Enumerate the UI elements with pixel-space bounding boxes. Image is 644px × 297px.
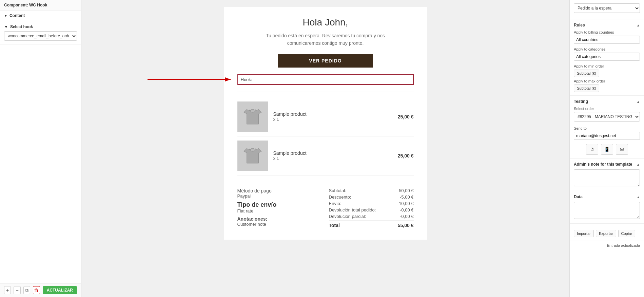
importar-button[interactable]: Importar bbox=[574, 230, 594, 237]
desktop-icon: 🖥 bbox=[590, 147, 594, 152]
billing-countries-input[interactable] bbox=[574, 36, 640, 44]
shirt-icon-1 bbox=[241, 105, 265, 129]
mobile-preview-button[interactable]: 📱 bbox=[601, 144, 613, 155]
product-qty-2: x 1 bbox=[273, 156, 392, 161]
select-hook-arrow-icon: ▼ bbox=[4, 24, 8, 29]
delete-button[interactable]: 🗑 bbox=[33, 286, 40, 294]
product-details-2: Sample product x 1 bbox=[273, 150, 392, 161]
hook-input[interactable] bbox=[237, 74, 414, 85]
devolucion-parcial-value: -0,00 € bbox=[400, 214, 413, 219]
action-buttons-group: Importar Exportar Copiar bbox=[574, 230, 640, 237]
notes-value: Customer note bbox=[237, 222, 322, 227]
rules-collapse-icon: ▲ bbox=[637, 23, 640, 27]
status-select[interactable]: Pedido a la espera bbox=[574, 3, 640, 13]
testing-title: Testing bbox=[574, 99, 588, 104]
rules-title: Rules bbox=[574, 23, 585, 27]
email-icon: ✉ bbox=[620, 147, 624, 152]
shirt-icon-2 bbox=[241, 144, 265, 168]
product-divider bbox=[237, 92, 414, 92]
payment-method-label: Método de pago bbox=[237, 188, 322, 193]
content-arrow-icon: ▼ bbox=[4, 14, 7, 18]
rules-section-header[interactable]: Rules ▲ bbox=[574, 23, 640, 27]
right-panel: Pedido a la espera Rules ▲ Apply to bill… bbox=[569, 0, 644, 297]
exportar-button[interactable]: Exportar bbox=[596, 230, 616, 237]
send-to-input[interactable] bbox=[574, 132, 640, 140]
send-email-button[interactable]: ✉ bbox=[616, 144, 628, 155]
select-hook-header[interactable]: ▼ Select hook bbox=[4, 24, 77, 29]
select-order-label: Select order bbox=[574, 107, 640, 111]
envio-label: Envío: bbox=[329, 201, 341, 206]
add-button[interactable]: + bbox=[4, 286, 11, 294]
product-image-1 bbox=[237, 101, 268, 132]
descuento-value: -5,00 € bbox=[400, 194, 413, 200]
action-buttons-section: Importar Exportar Copiar bbox=[570, 224, 644, 241]
email-message: Tu pedido está en espera. Revisaremos tu… bbox=[237, 32, 414, 47]
total-label: Total bbox=[329, 223, 340, 228]
minus-button[interactable]: − bbox=[14, 286, 20, 294]
admin-note-collapse-icon: ▲ bbox=[637, 163, 640, 166]
admin-note-header[interactable]: Admin's note for this template ▲ bbox=[574, 162, 640, 167]
desktop-preview-button[interactable]: 🖥 bbox=[586, 144, 598, 155]
hook-select[interactable]: woocommerce_email_before_order_ bbox=[4, 31, 77, 41]
total-value: 55,00 € bbox=[398, 223, 414, 228]
devolucion-parcial-label: Devolución parcial: bbox=[329, 214, 366, 219]
select-order-dropdown[interactable]: #82295 - MARIANO TESTING - on-hold bbox=[574, 112, 640, 122]
product-image-2 bbox=[237, 141, 268, 171]
devolucion-total-value: -0,00 € bbox=[400, 207, 413, 212]
select-hook-section: ▼ Select hook woocommerce_email_before_o… bbox=[0, 21, 81, 44]
subtotal-value: 50,00 € bbox=[399, 188, 413, 193]
hook-field-container bbox=[237, 74, 414, 85]
status-select-section: Pedido a la espera bbox=[570, 0, 644, 19]
products-list: Sample product x 1 25,00 € Sample produc… bbox=[237, 97, 414, 175]
testing-collapse-icon: ▲ bbox=[637, 100, 640, 104]
product-price-1: 25,00 € bbox=[398, 114, 414, 119]
ver-pedido-button[interactable]: VER PEDIDO bbox=[278, 54, 373, 68]
max-order-label: Apply to max order bbox=[574, 79, 640, 83]
categories-label: Apply to categories bbox=[574, 47, 640, 51]
list-item: Envío: 10,00 € bbox=[329, 201, 414, 206]
subtotal-label: Subtotal: bbox=[329, 188, 346, 193]
billing-countries-label: Apply to billing countries bbox=[574, 30, 640, 34]
select-hook-label-text: Select hook bbox=[10, 24, 33, 29]
testing-section-header[interactable]: Testing ▲ bbox=[574, 99, 640, 104]
product-qty-1: x 1 bbox=[273, 117, 392, 122]
preview-icons-group: 🖥 📱 ✉ bbox=[574, 144, 640, 155]
product-name-2: Sample product bbox=[273, 150, 392, 156]
left-bottom-bar: + − ⧉ 🗑 ACTUALIZAR bbox=[0, 283, 81, 297]
admin-note-title: Admin's note for this template bbox=[574, 162, 632, 167]
red-arrow-indicator bbox=[148, 74, 236, 85]
data-section-header[interactable]: Data ▲ bbox=[574, 194, 640, 199]
min-order-btn[interactable]: Subtotal (€) bbox=[574, 70, 599, 77]
mobile-icon: 📱 bbox=[604, 147, 610, 152]
list-item: Descuento: -5,00 € bbox=[329, 194, 414, 200]
data-textarea[interactable] bbox=[574, 202, 640, 219]
main-preview: Hola John, Tu pedido está en espera. Rev… bbox=[81, 0, 569, 297]
status-text: Entrada actualizada bbox=[570, 241, 644, 249]
product-name-1: Sample product bbox=[273, 111, 392, 117]
testing-section: Testing ▲ Select order #82295 - MARIANO … bbox=[570, 96, 644, 159]
copiar-button[interactable]: Copiar bbox=[618, 230, 635, 237]
admin-note-section: Admin's note for this template ▲ bbox=[570, 159, 644, 191]
product-price-2: 25,00 € bbox=[398, 153, 414, 159]
devolucion-total-label: Devolución total pedido: bbox=[329, 207, 376, 212]
duplicate-button[interactable]: ⧉ bbox=[23, 286, 30, 294]
left-panel: Component: WC Hook ▼ Content ▼ Select ho… bbox=[0, 0, 81, 297]
list-item: Subtotal: 50,00 € bbox=[329, 188, 414, 193]
totals-grid: Método de pago Paypal Tipo de envío Flat… bbox=[237, 188, 414, 229]
content-section-header[interactable]: ▼ Content bbox=[0, 11, 81, 21]
payment-method-value: Paypal bbox=[237, 193, 322, 199]
rules-section: Rules ▲ Apply to billing countries Apply… bbox=[570, 19, 644, 96]
data-collapse-icon: ▲ bbox=[637, 195, 640, 199]
table-row: Sample product x 1 25,00 € bbox=[237, 97, 414, 136]
data-section: Data ▲ bbox=[570, 191, 644, 224]
admin-note-textarea[interactable] bbox=[574, 169, 640, 186]
svg-point-2 bbox=[250, 109, 255, 112]
notes-label: Anotaciones: bbox=[237, 216, 322, 222]
max-order-btn[interactable]: Subtotal (€) bbox=[574, 85, 599, 92]
categories-input[interactable] bbox=[574, 53, 640, 61]
table-row: Sample product x 1 25,00 € bbox=[237, 136, 414, 175]
min-order-label: Apply to min order bbox=[574, 64, 640, 68]
envio-value: 10,00 € bbox=[399, 201, 413, 206]
actualizar-button[interactable]: ACTUALIZAR bbox=[43, 286, 77, 294]
list-item: Devolución parcial: -0,00 € bbox=[329, 214, 414, 219]
